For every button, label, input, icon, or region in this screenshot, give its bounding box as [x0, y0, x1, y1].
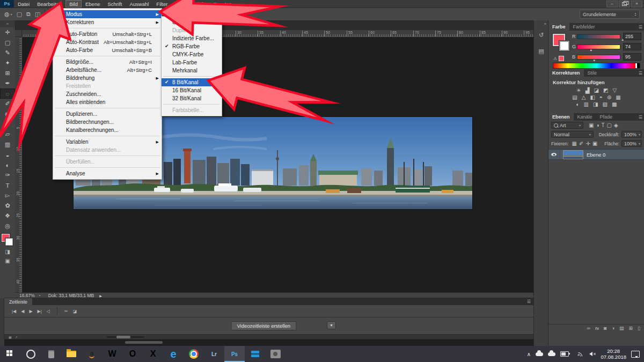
posterize-icon[interactable]: ▥: [584, 101, 589, 107]
blue-slider[interactable]: ▲: [577, 55, 620, 60]
pen-tool[interactable]: ✑: [0, 170, 15, 180]
menu-item[interactable]: ✔ 8 Bit/Kanal ▶: [162, 78, 222, 86]
frames-icon[interactable]: ▦: [9, 335, 12, 339]
new-selection-icon[interactable]: ▢: [17, 11, 22, 18]
screen-mode-button[interactable]: ▣: [0, 256, 15, 265]
opacity-combo[interactable]: 100%▾: [621, 131, 642, 138]
black-white-icon[interactable]: ◧: [590, 94, 595, 100]
filter-pixel-layers-icon[interactable]: ▣: [589, 122, 594, 128]
tool-preset-icon[interactable]: ◍: [4, 11, 10, 18]
menu-bar-item[interactable]: Auswahl: [126, 0, 152, 8]
photoshop-app-icon[interactable]: Ps: [224, 346, 245, 362]
layer-group-icon[interactable]: ▤: [619, 326, 624, 331]
green-slider[interactable]: ▲: [577, 45, 620, 49]
hue-saturation-icon[interactable]: ▤: [572, 94, 577, 100]
color-balance-icon[interactable]: △: [582, 94, 586, 100]
channel-mixer-icon[interactable]: ⊛: [607, 94, 611, 100]
menu-item[interactable]: ✔ ▶: [162, 102, 222, 106]
properties-panel-icon[interactable]: ▤: [536, 46, 547, 56]
blur-tool[interactable]: ◒: [0, 150, 15, 160]
menu-item[interactable]: ✔ Duplizieren... ▶: [53, 110, 162, 118]
edge-app-icon[interactable]: e: [163, 346, 184, 362]
menu-bar-item[interactable]: Ebene: [82, 0, 104, 8]
onedrive-icon[interactable]: [536, 352, 543, 356]
color-spectrum-bar[interactable]: [553, 63, 640, 69]
menu-item[interactable]: ✔ Zuschneiden... ▶: [53, 90, 162, 98]
create-video-timeline-button[interactable]: Videozeitleiste erstellen: [231, 321, 296, 330]
layer-thumbnail[interactable]: [563, 150, 583, 159]
menu-item[interactable]: ✔ ▶: [162, 75, 222, 78]
delete-layer-icon[interactable]: ▯: [638, 326, 640, 331]
slider-thumb[interactable]: [116, 336, 130, 338]
layer-mask-icon[interactable]: ◙: [604, 326, 606, 331]
blend-mode-combo[interactable]: Normal▾: [551, 131, 594, 138]
lightroom-app-icon[interactable]: Lr: [204, 346, 224, 362]
marquee-tool[interactable]: ▢: [0, 38, 15, 48]
layer-style-icon[interactable]: fx: [595, 326, 599, 331]
wifi-icon[interactable]: [574, 352, 582, 357]
history-brush-tool[interactable]: ↺: [0, 119, 15, 129]
transition-icon[interactable]: ◪: [73, 309, 77, 314]
menu-item[interactable]: ✔ Modus ▶: [53, 10, 162, 18]
battery-icon[interactable]: [560, 351, 569, 357]
timeline-zoom-slider[interactable]: [107, 336, 144, 338]
menu-item[interactable]: ✔ ▶: [53, 166, 162, 169]
menu-item[interactable]: ✔ Auto-Kontrast Alt+Umschalt+Strg+L ▶: [53, 38, 162, 46]
tab-ebenen[interactable]: Ebenen: [548, 113, 574, 121]
phone-app-icon[interactable]: [41, 346, 61, 362]
excel-app-icon[interactable]: X: [143, 346, 163, 362]
hidden-icons-chevron[interactable]: ∧: [527, 351, 531, 357]
menu-item[interactable]: ✔ Bildgröße... Alt+Strg+I ▶: [53, 58, 162, 66]
link-layers-icon[interactable]: ∞: [587, 326, 590, 331]
outlook-app-icon[interactable]: O: [122, 346, 143, 362]
play-button[interactable]: ▶: [29, 309, 32, 314]
menu-item[interactable]: ✔ Indizierte Farbe... ▶: [162, 34, 222, 42]
lock-all-icon[interactable]: ▣: [592, 141, 597, 146]
menu-bar-item[interactable]: Ansicht: [186, 0, 210, 8]
lasso-tool[interactable]: ✎: [0, 48, 15, 58]
menu-item[interactable]: ✔ Korrekturen ▶: [53, 18, 162, 26]
word-app-icon[interactable]: W: [102, 346, 122, 362]
levels-icon[interactable]: ▟: [586, 87, 590, 93]
filter-smart-object-icon[interactable]: ◈: [614, 122, 618, 128]
filter-type-layers-icon[interactable]: T: [602, 122, 605, 128]
tab-zeitleiste[interactable]: Zeitleiste: [4, 298, 32, 305]
filter-adjustment-layers-icon[interactable]: ◑: [596, 122, 599, 128]
previous-frame-button[interactable]: ◀: [21, 309, 24, 314]
zoom-level[interactable]: 16,67%: [19, 293, 35, 298]
vibrance-icon[interactable]: ▽: [612, 87, 617, 93]
quick-mask-button[interactable]: ◨: [0, 247, 15, 256]
menu-item[interactable]: ✔ Datensatz anwenden... ▶: [53, 146, 162, 154]
panel-menu-icon[interactable]: ☰: [639, 69, 642, 77]
new-layer-icon[interactable]: ⊞: [629, 326, 633, 331]
quick-selection-tool[interactable]: ✦: [0, 58, 15, 68]
selective-color-icon[interactable]: ▧: [603, 101, 608, 107]
threshold-icon[interactable]: ◨: [593, 101, 598, 107]
brush-tool[interactable]: ✐: [0, 99, 15, 109]
menu-item[interactable]: ✔ ▶: [53, 26, 162, 30]
menu-item[interactable]: ✔ 16 Bit/Kanal ▶: [162, 86, 222, 94]
menu-item[interactable]: ✔ Lab-Farbe ▶: [162, 58, 222, 67]
clone-stamp-tool[interactable]: ◉: [0, 109, 15, 119]
tab-pfade[interactable]: Pfade: [596, 113, 617, 121]
background-color-swatch[interactable]: [559, 41, 569, 51]
menu-item[interactable]: ✔ Kanalberechnungen... ▶: [53, 126, 162, 134]
type-tool[interactable]: T: [0, 180, 15, 190]
menu-item[interactable]: ✔ Bildberechnungen... ▶: [53, 118, 162, 126]
tab-farbe[interactable]: Farbe: [548, 23, 569, 31]
lock-paint-icon[interactable]: ✐: [579, 141, 583, 146]
invert-icon[interactable]: ◐: [576, 101, 580, 107]
menu-item[interactable]: ✔ Auto-Farbton Umschalt+Strg+L ▶: [53, 30, 162, 38]
menu-item[interactable]: ✔ ▶: [53, 54, 162, 58]
menu-item[interactable]: ✔ ▶: [53, 154, 162, 158]
tab-kanaele[interactable]: Kanäle: [574, 113, 596, 121]
menu-item[interactable]: ✔ CMYK-Farbe ▶: [162, 50, 222, 58]
expand-dock-icon[interactable]: »: [544, 21, 546, 26]
onedrive-icon[interactable]: [548, 352, 555, 356]
collapse-tools-icon[interactable]: »: [0, 20, 15, 27]
menu-bar-item[interactable]: Datei: [14, 0, 33, 8]
layer-name[interactable]: Ebene 0: [587, 152, 605, 158]
hand-tool[interactable]: ❖: [0, 211, 15, 221]
path-select-tool[interactable]: ▻: [0, 190, 15, 201]
menu-item[interactable]: ✔ Überfüllen... ▶: [53, 158, 162, 166]
